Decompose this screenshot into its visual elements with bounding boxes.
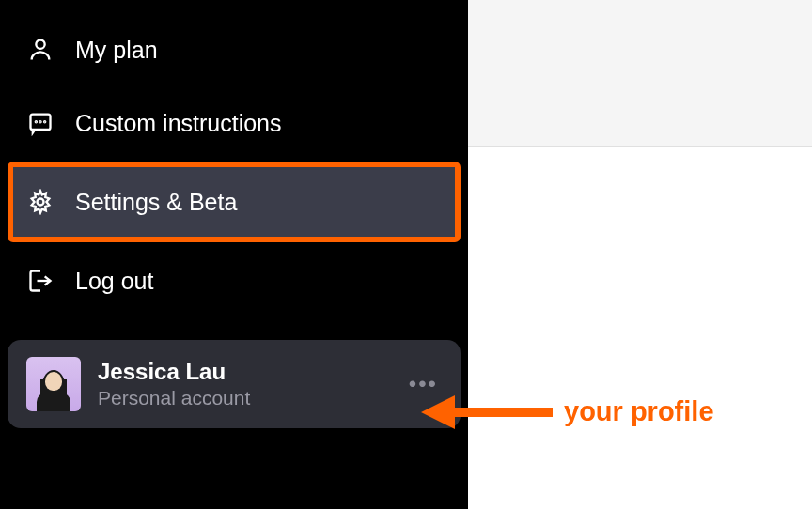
content-area [468, 0, 812, 509]
profile-text: Jessica Lau Personal account [98, 359, 388, 410]
menu-item-settings-beta[interactable]: Settings & Beta [8, 162, 461, 242]
annotation: your profile [421, 396, 714, 427]
menu-label: Settings & Beta [75, 189, 237, 216]
top-strip [468, 0, 812, 147]
logout-icon [26, 267, 55, 295]
arrow-icon [421, 406, 553, 419]
svg-point-5 [38, 199, 44, 206]
menu-label: My plan [75, 37, 158, 64]
menu-item-log-out[interactable]: Log out [9, 246, 459, 316]
profile-type: Personal account [98, 387, 388, 409]
svg-point-4 [44, 121, 45, 122]
menu-item-my-plan[interactable]: My plan [9, 15, 459, 85]
svg-point-3 [39, 121, 40, 122]
menu-label: Custom instructions [75, 110, 282, 137]
svg-point-2 [36, 121, 37, 122]
sidebar: My plan Custom instructions Settings & B… [0, 0, 468, 509]
svg-point-0 [36, 40, 44, 49]
menu-item-custom-instructions[interactable]: Custom instructions [9, 88, 459, 158]
profile-card[interactable]: Jessica Lau Personal account ••• [8, 340, 461, 428]
user-icon [26, 36, 55, 64]
menu-list: My plan Custom instructions Settings & B… [8, 8, 461, 323]
annotation-label: your profile [564, 396, 714, 427]
gear-icon [26, 188, 55, 216]
menu-label: Log out [75, 268, 153, 295]
avatar [26, 357, 81, 411]
profile-name: Jessica Lau [98, 359, 388, 386]
chat-icon [26, 109, 55, 137]
